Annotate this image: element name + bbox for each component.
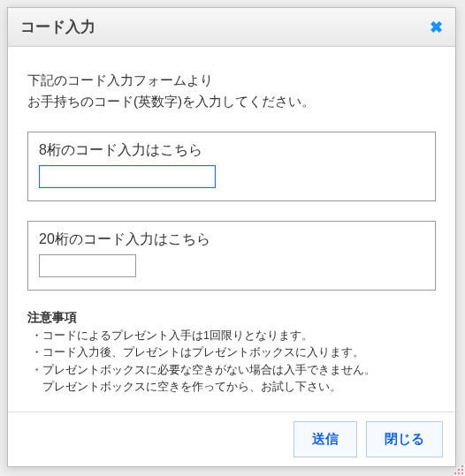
- list-item: コード入力後、プレゼントはプレゼントボックスに入ります。: [31, 344, 436, 361]
- code20-label: 20桁のコード入力はこちら: [39, 230, 424, 249]
- instructions-text: 下記のコード入力フォームより お手持ちのコード(英数字)を入力してください。: [27, 70, 436, 112]
- code8-group: 8桁のコード入力はこちら: [27, 132, 436, 201]
- notes-list: コードによるプレゼント入手は1回限りとなります。 コード入力後、プレゼントはプレ…: [27, 328, 436, 397]
- code8-label: 8桁のコード入力はこちら: [39, 141, 424, 160]
- list-item: プレゼントボックスに必要な空きがない場合は入手できません。: [31, 362, 436, 379]
- code20-group: 20桁のコード入力はこちら: [27, 221, 436, 291]
- list-item: コードによるプレゼント入手は1回限りとなります。: [31, 328, 436, 344]
- close-button[interactable]: 閉じる: [366, 421, 443, 457]
- code8-input[interactable]: [39, 165, 216, 188]
- dialog-titlebar: コード入力 ✖: [8, 8, 455, 47]
- submit-button[interactable]: 送信: [293, 421, 357, 457]
- list-item: プレゼントボックスに空きを作ってから、お試し下さい。: [31, 379, 436, 396]
- code20-input[interactable]: [39, 254, 136, 277]
- code-entry-dialog: コード入力 ✖ 下記のコード入力フォームより お手持ちのコード(英数字)を入力し…: [7, 7, 456, 467]
- instructions-line2: お手持ちのコード(英数字)を入力してください。: [27, 94, 315, 109]
- dialog-body: 下記のコード入力フォームより お手持ちのコード(英数字)を入力してください。 8…: [8, 47, 455, 412]
- dialog-title: コード入力: [20, 17, 95, 37]
- notes-heading: 注意事項: [27, 310, 436, 326]
- close-icon[interactable]: ✖: [430, 19, 443, 35]
- dialog-footer: 送信 閉じる: [8, 412, 455, 466]
- instructions-line1: 下記のコード入力フォームより: [27, 72, 213, 87]
